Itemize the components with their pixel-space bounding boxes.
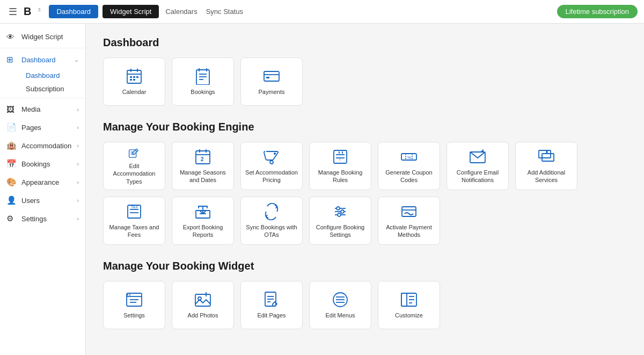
- card-export-reports[interactable]: Export Booking Reports: [172, 197, 234, 245]
- engine-card-grid: Edit Accommodation Types 2 Manage Season…: [103, 142, 627, 245]
- app-logo: B: [24, 5, 31, 18]
- card-email-notifications[interactable]: Configure Email Notifications: [447, 142, 509, 190]
- widget-script-button[interactable]: Widget Script: [103, 5, 159, 18]
- sidebar-pages-label: Pages: [21, 124, 41, 132]
- dashboard-button[interactable]: Dashboard: [49, 5, 98, 18]
- card-payment-methods-label: Activate Payment Methods: [383, 223, 435, 239]
- media-icon: 🖼: [6, 105, 17, 114]
- card-payments-label: Payments: [259, 88, 285, 96]
- card-calendar-label: Calendar: [122, 88, 147, 96]
- card-bookings[interactable]: Bookings: [172, 57, 234, 106]
- card-add-photos[interactable]: Add Photos: [172, 281, 234, 329]
- calendars-link[interactable]: Calendars: [165, 8, 197, 16]
- sidebar: 👁 Widget Script ⊞ Dashboard ⌄ Dashboard …: [0, 24, 86, 355]
- card-customize[interactable]: Customize: [378, 281, 440, 329]
- sync-icon: [263, 203, 280, 220]
- grid-icon: ⊞: [6, 55, 17, 64]
- bookings-icon: 📅: [6, 159, 17, 169]
- svg-point-54: [341, 210, 344, 213]
- chevron-right-icon-bookings: ›: [77, 161, 79, 167]
- sidebar-item-users[interactable]: 👤 Users ›: [0, 191, 85, 209]
- svg-rect-64: [195, 294, 210, 306]
- appearance-icon: 🎨: [6, 177, 17, 187]
- card-widget-settings-label: Settings: [123, 311, 145, 319]
- card-manage-seasons-label: Manage Seasons and Dates: [177, 169, 229, 184]
- card-configure-label: Configure Booking Settings: [314, 223, 367, 239]
- card-export-label: Export Booking Reports: [177, 223, 229, 239]
- email-icon: [469, 148, 486, 165]
- main-content: Dashboard Calendar: [86, 24, 644, 355]
- sidebar-settings-label: Settings: [21, 215, 47, 223]
- svg-rect-9: [196, 70, 209, 85]
- card-set-pricing[interactable]: Set Accommodation Pricing: [240, 142, 303, 190]
- subscription-button[interactable]: Lifetime subscription: [557, 5, 638, 18]
- sidebar-appearance-label: Appearance: [21, 178, 59, 186]
- calendar-icon: [126, 68, 143, 85]
- card-edit-menus[interactable]: Edit Menus: [309, 281, 371, 329]
- users-icon: 👤: [6, 195, 17, 205]
- widget-section-title: Manage Your Booking Widget: [103, 260, 627, 272]
- card-services-label: Add Additional Services: [520, 169, 573, 184]
- card-edit-accommodation-types[interactable]: Edit Accommodation Types: [103, 142, 165, 190]
- card-configure-settings[interactable]: Configure Booking Settings: [309, 197, 371, 245]
- chevron-right-icon-pages: ›: [77, 124, 79, 131]
- sidebar-item-bookings[interactable]: 📅 Bookings ›: [0, 155, 85, 173]
- card-coupon-codes[interactable]: % Generate Coupon Codes: [378, 142, 440, 190]
- sidebar-item-appearance[interactable]: 🎨 Appearance ›: [0, 173, 85, 191]
- svg-point-55: [338, 213, 341, 216]
- card-customize-label: Customize: [395, 311, 423, 319]
- svg-text:2: 2: [201, 156, 204, 162]
- sidebar-dashboard-label: Dashboard: [21, 56, 56, 64]
- widget-settings-icon: [126, 291, 143, 308]
- sidebar-item-settings[interactable]: ⚙ Settings ›: [0, 209, 85, 228]
- svg-rect-15: [264, 71, 279, 81]
- svg-rect-39: [539, 150, 551, 158]
- seasons-icon: 2: [194, 148, 211, 165]
- sidebar-section-widget: 👁 Widget Script: [0, 28, 85, 48]
- payments-icon: [263, 68, 280, 85]
- hamburger-icon[interactable]: ☰: [6, 4, 19, 20]
- card-sync-label: Sync Bookings with OTAs: [245, 223, 298, 239]
- card-booking-rules-label: Manage Booking Rules: [314, 169, 367, 184]
- card-taxes-fees[interactable]: TAX Manage Taxes and Fees: [103, 197, 165, 245]
- card-edit-accommodation-label: Edit Accommodation Types: [108, 162, 160, 185]
- sidebar-item-accommodation[interactable]: 🏨 Accommodation ›: [0, 136, 85, 155]
- svg-point-27: [270, 161, 273, 164]
- svg-point-53: [336, 207, 340, 210]
- sidebar-widget-script-label: Widget Script: [21, 33, 63, 41]
- sidebar-item-media[interactable]: 🖼 Media ›: [0, 100, 85, 118]
- sync-status-link[interactable]: Sync Status: [206, 8, 243, 16]
- sidebar-item-dashboard[interactable]: ⊞ Dashboard ⌄: [0, 50, 85, 69]
- card-coupon-label: Generate Coupon Codes: [383, 169, 435, 184]
- card-sync-otas[interactable]: Sync Bookings with OTAs: [240, 197, 303, 245]
- edit-menus-icon: [332, 291, 349, 308]
- eye-icon: 👁: [6, 32, 17, 41]
- sidebar-sub-item-subscription[interactable]: Subscription: [19, 82, 85, 96]
- sidebar-section-dashboard: ⊞ Dashboard ⌄ Dashboard Subscription: [0, 50, 85, 98]
- card-edit-pages[interactable]: Edit Pages: [240, 281, 303, 329]
- chevron-right-icon-users: ›: [77, 197, 79, 204]
- services-icon: [538, 148, 555, 165]
- sidebar-item-widget-script[interactable]: 👁 Widget Script: [0, 28, 85, 46]
- topnav-links: Calendars Sync Status: [165, 8, 243, 16]
- card-taxes-label: Manage Taxes and Fees: [108, 223, 160, 239]
- card-widget-settings[interactable]: Settings: [103, 281, 165, 329]
- chevron-right-icon-accommodation: ›: [77, 142, 79, 149]
- card-manage-booking-rules[interactable]: ! Manage Booking Rules: [309, 142, 371, 190]
- card-additional-services[interactable]: Add Additional Services: [515, 142, 577, 190]
- card-bookings-label: Bookings: [191, 88, 215, 96]
- card-payments[interactable]: Payments: [240, 57, 303, 106]
- sidebar-accommodation-label: Accommodation: [21, 142, 71, 150]
- card-manage-seasons[interactable]: 2 Manage Seasons and Dates: [172, 142, 234, 190]
- card-calendar[interactable]: Calendar: [103, 57, 165, 106]
- card-payment-methods[interactable]: Activate Payment Methods: [378, 197, 440, 245]
- dashboard-card-grid: Calendar Bookings: [103, 57, 627, 106]
- svg-text:TAX: TAX: [131, 205, 138, 209]
- sidebar-sub-item-dashboard[interactable]: Dashboard: [19, 69, 85, 82]
- sidebar-item-pages[interactable]: 📄 Pages ›: [0, 118, 85, 136]
- svg-rect-17: [266, 77, 269, 78]
- card-set-pricing-label: Set Accommodation Pricing: [245, 169, 298, 184]
- svg-rect-7: [130, 79, 132, 81]
- svg-point-63: [129, 294, 130, 295]
- sidebar-users-label: Users: [21, 197, 40, 205]
